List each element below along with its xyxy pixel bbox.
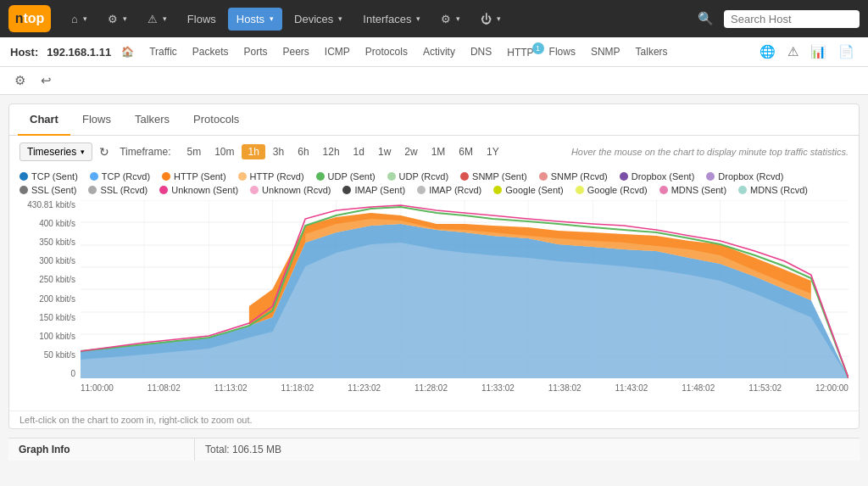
host-bar: Host: 192.168.1.11 🏠 Traffic Packets Por… (0, 37, 868, 67)
legend-item-2: HTTP (Sent) (162, 171, 226, 182)
x-label-1: 11:08:02 (147, 383, 181, 393)
host-nav-snmp[interactable]: SNMP (586, 44, 626, 59)
logo-n: n (15, 11, 24, 26)
tf-10m[interactable]: 10m (209, 144, 240, 159)
nav-home[interactable]: ⌂ ▾ (63, 8, 96, 31)
tf-6h[interactable]: 6h (292, 144, 314, 159)
back-action-icon[interactable]: ↩ (36, 70, 56, 91)
host-nav-home-icon[interactable]: 🏠 (116, 44, 139, 59)
nav-config[interactable]: ⚙ ▾ (99, 8, 136, 31)
x-label-6: 11:33:02 (481, 383, 515, 393)
nav-hosts[interactable]: Hosts ▾ (228, 8, 282, 31)
y-label-5: 200 kbit/s (39, 294, 75, 304)
host-nav-flows[interactable]: Flows (544, 44, 581, 59)
host-nav-activity[interactable]: Activity (418, 44, 460, 59)
globe-icon[interactable]: 🌐 (756, 42, 779, 61)
host-nav-talkers[interactable]: Talkers (631, 44, 673, 59)
file-icon[interactable]: 📄 (835, 42, 858, 61)
timeseries-button[interactable]: Timeseries ▾ (19, 142, 92, 161)
tab-protocols[interactable]: Protocols (181, 104, 251, 136)
legend-area: TCP (Sent)TCP (Rcvd)HTTP (Sent)HTTP (Rcv… (9, 168, 859, 197)
legend-item-4: UDP (Sent) (316, 171, 376, 182)
x-label-9: 11:48:02 (682, 383, 715, 393)
x-label-2: 11:13:02 (214, 383, 248, 393)
timeseries-caret: ▾ (81, 148, 85, 156)
x-label-5: 11:28:02 (415, 383, 448, 393)
graph-info-label: Graph Info (8, 439, 195, 461)
tf-1M[interactable]: 1M (426, 144, 452, 159)
host-nav-peers[interactable]: Peers (278, 44, 314, 59)
nav-alerts[interactable]: ⚠ ▾ (139, 8, 175, 31)
legend-item-16: Google (Sent) (493, 185, 563, 195)
legend-item-6: SNMP (Sent) (460, 171, 527, 182)
legend-item-17: Google (Rcvd) (576, 185, 648, 195)
graph-info-value: Total: 106.15 MB (195, 439, 292, 461)
chart-controls: Timeseries ▾ ↻ Timeframe: 5m 10m 1h 3h 6… (9, 136, 859, 168)
legend-item-5: UDP (Rcvd) (387, 171, 448, 182)
legend-item-0: TCP (Sent) (19, 171, 78, 182)
tf-1w[interactable]: 1w (372, 144, 397, 159)
nav-flows[interactable]: Flows (179, 8, 225, 31)
settings-action-icon[interactable]: ⚙ (10, 70, 30, 91)
tf-12h[interactable]: 12h (317, 144, 346, 159)
search-input[interactable] (731, 13, 832, 25)
chart-svg[interactable] (81, 200, 849, 378)
y-label-9: 0 (70, 369, 75, 378)
tf-2w[interactable]: 2w (398, 144, 423, 159)
legend-item-13: Unknown (Rcvd) (250, 185, 331, 195)
nav-interfaces[interactable]: Interfaces ▾ (354, 8, 429, 31)
host-nav-http-wrap: HTTP 1 (502, 46, 538, 59)
chart-icon[interactable]: 📊 (807, 42, 830, 61)
host-nav-icmp[interactable]: ICMP (320, 44, 355, 59)
host-nav-ports[interactable]: Ports (238, 44, 272, 59)
legend-item-9: Dropbox (Rcvd) (706, 171, 783, 182)
legend-item-7: SNMP (Rcvd) (539, 171, 608, 182)
host-nav-protocols[interactable]: Protocols (360, 44, 413, 59)
x-label-0: 11:00:00 (81, 383, 114, 393)
y-label-0: 430.81 kbit/s (27, 200, 75, 209)
tab-chart[interactable]: Chart (18, 104, 70, 136)
legend-item-15: IMAP (Rcvd) (417, 185, 481, 195)
legend-item-11: SSL (Rcvd) (88, 185, 147, 195)
x-label-3: 11:18:02 (281, 383, 314, 393)
legend-item-18: MDNS (Sent) (659, 185, 726, 195)
x-label-4: 11:23:02 (348, 383, 381, 393)
tf-3h[interactable]: 3h (267, 144, 290, 159)
tf-1Y[interactable]: 1Y (481, 144, 505, 159)
tf-1d[interactable]: 1d (348, 144, 370, 159)
host-nav-traffic[interactable]: Traffic (144, 44, 182, 59)
y-label-4: 250 kbit/s (39, 275, 75, 284)
host-nav-dns[interactable]: DNS (465, 44, 497, 59)
legend-item-12: Unknown (Sent) (159, 185, 238, 195)
y-label-1: 400 kbit/s (39, 219, 75, 228)
x-label-7: 11:38:02 (548, 383, 581, 393)
x-axis: 11:00:0011:08:0211:13:0211:18:0211:23:02… (81, 380, 849, 404)
search-box[interactable] (724, 10, 860, 28)
timeframe-options: 5m 10m 1h 3h 6h 12h 1d 1w 2w 1M 6M 1Y (181, 144, 504, 159)
nav-power[interactable]: ⏻ ▾ (472, 8, 509, 31)
x-label-8: 11:43:02 (615, 383, 648, 393)
legend-item-10: SSL (Sent) (19, 185, 76, 195)
tab-bar: Chart Flows Talkers Protocols (9, 104, 859, 136)
refresh-icon[interactable]: ↻ (99, 145, 109, 159)
tf-6M[interactable]: 6M (453, 144, 479, 159)
chart-wrap: 430.81 kbit/s400 kbit/s350 kbit/s300 kbi… (19, 200, 849, 404)
host-ip: 192.168.1.11 (47, 46, 111, 59)
y-axis: 430.81 kbit/s400 kbit/s350 kbit/s300 kbi… (19, 200, 81, 378)
tf-5m[interactable]: 5m (181, 144, 207, 159)
search-icon-btn[interactable]: 🔍 (691, 6, 721, 31)
action-bar: ⚙ ↩ (0, 67, 868, 95)
y-label-7: 100 kbit/s (39, 332, 75, 341)
graph-info-bar: Graph Info Total: 106.15 MB (8, 438, 860, 461)
tab-flows[interactable]: Flows (70, 104, 123, 136)
tab-talkers[interactable]: Talkers (123, 104, 181, 136)
app-logo[interactable]: ntop (8, 5, 51, 32)
nav-devices[interactable]: Devices ▾ (286, 8, 351, 31)
main-content: Chart Flows Talkers Protocols Timeseries… (8, 103, 860, 429)
tf-1h[interactable]: 1h (242, 144, 264, 159)
host-label: Host: (10, 46, 38, 59)
legend-item-8: Dropbox (Sent) (620, 171, 695, 182)
nav-settings[interactable]: ⚙ ▾ (432, 8, 469, 31)
warning-icon[interactable]: ⚠ (784, 42, 802, 61)
host-nav-packets[interactable]: Packets (187, 44, 234, 59)
